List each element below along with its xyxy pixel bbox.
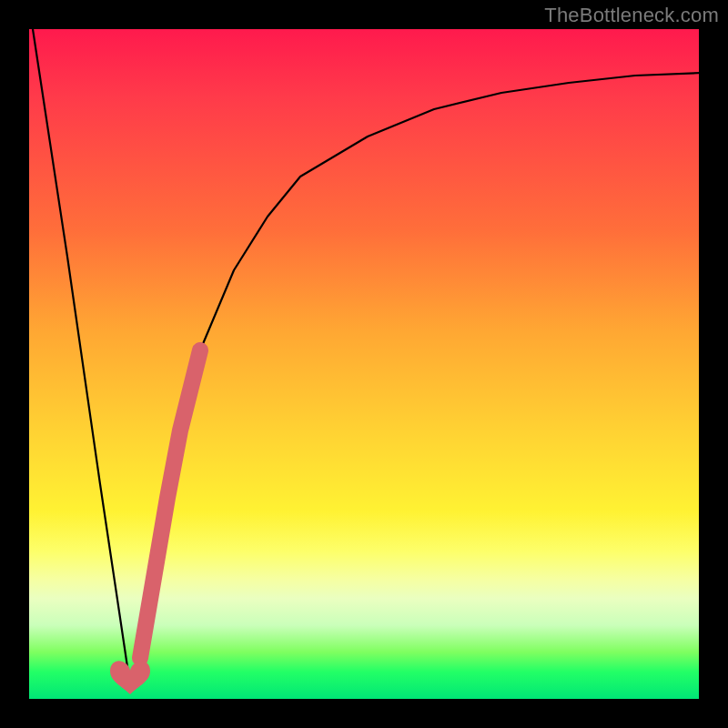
plot-area xyxy=(29,29,699,699)
bottleneck-curve xyxy=(33,29,703,685)
chart-frame: TheBottleneck.com xyxy=(0,0,728,728)
heart-icon xyxy=(110,661,150,694)
watermark-label: TheBottleneck.com xyxy=(544,4,719,27)
highlight-segment xyxy=(140,350,200,658)
chart-svg xyxy=(29,29,699,699)
